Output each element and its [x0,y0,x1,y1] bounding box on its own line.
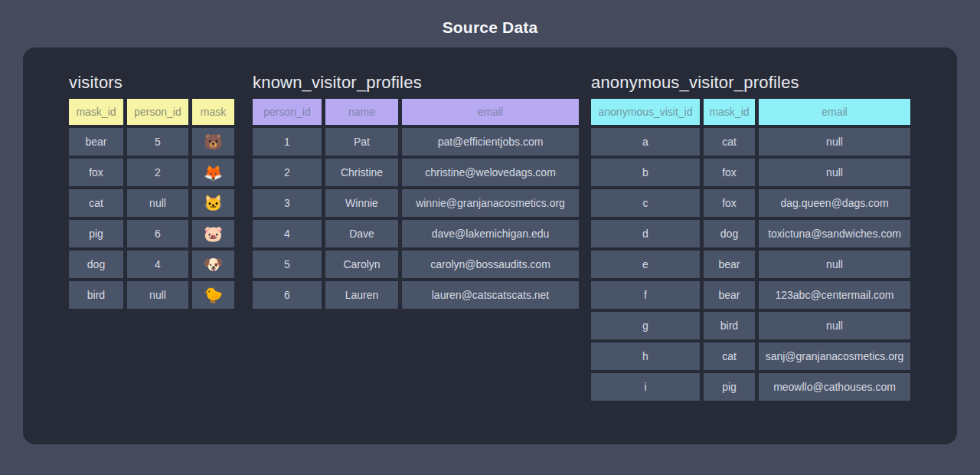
table-cell: winnie@granjanacosmetics.org [402,189,579,217]
table-cell: Dave [325,220,398,247]
stage: Source Data visitors mask_idperson_idmas… [0,0,980,475]
data-panel: visitors mask_idperson_idmaskbear5🐻fox2🦊… [23,48,957,444]
page-title: Source Data [0,18,980,37]
table-cell: 5 [127,128,188,156]
table-cell: Carolyn [325,251,398,278]
table-visitors: visitors mask_idperson_idmaskbear5🐻fox2🦊… [69,73,234,309]
table-cell: meowllo@cathouses.com [759,373,910,401]
table-cell: pig [704,373,755,401]
column-header-mask_id: mask_id [704,99,755,125]
table-cell: 6 [127,220,188,247]
column-header-person_id: person_id [127,99,188,125]
mask-emoji: 🐷 [192,220,234,247]
table-cell: Pat [325,128,398,156]
table-cell: sanj@granjanacosmetics.org [759,342,910,370]
table-cell: dag.queen@dags.com [759,189,910,217]
column-header-mask: mask [192,99,234,125]
table-cell: a [591,128,700,156]
table-anonymous-visitor-profiles: anonymous_visitor_profiles anonymous_vis… [591,73,910,401]
table-grid: person_idnameemail1Patpat@efficientjobs.… [253,99,579,309]
column-header-email: email [402,99,579,125]
table-cell: fox [704,189,755,217]
table-cell: c [591,189,700,217]
mask-emoji: 🐤 [192,281,234,309]
table-cell: bird [704,312,755,339]
mask-emoji: 🐱 [192,189,234,217]
mask-emoji: 🦊 [192,159,234,186]
table-cell: null [759,251,910,278]
table-cell: e [591,251,700,278]
table-cell: dave@lakemichigan.edu [402,220,579,247]
table-cell: bird [69,281,123,309]
table-cell: toxictuna@sandwiches.com [759,220,910,247]
table-cell: cat [704,342,755,370]
table-cell: pig [69,220,123,247]
mask-emoji: 🐻 [192,128,234,156]
table-cell: null [759,312,910,339]
table-cell: christine@welovedags.com [402,159,579,186]
table-cell: null [759,159,910,186]
table-cell: bear [704,281,755,309]
column-header-name: name [325,99,398,125]
table-cell: 2 [127,159,188,186]
table-cell: pat@efficientjobs.com [402,128,579,156]
table-cell: null [127,281,188,309]
mask-emoji: 🐶 [192,251,234,278]
table-cell: null [127,189,188,217]
table-cell: b [591,159,700,186]
table-cell: i [591,373,700,401]
column-header-anonymous_visit_id: anonymous_visit_id [591,99,700,125]
table-cell: Winnie [325,189,398,217]
column-header-person_id: person_id [253,99,322,125]
column-header-mask_id: mask_id [69,99,123,125]
table-cell: dog [69,251,123,278]
table-cell: cat [704,128,755,156]
table-known-visitor-profiles: known_visitor_profiles person_idnameemai… [253,73,579,309]
table-cell: cat [69,189,123,217]
table-cell: 5 [253,251,322,278]
table-cell: null [759,128,910,156]
table-cell: fox [704,159,755,186]
table-cell: 4 [127,251,188,278]
table-grid: mask_idperson_idmaskbear5🐻fox2🦊catnull🐱p… [69,99,234,309]
table-cell: bear [704,251,755,278]
table-title: visitors [69,73,234,93]
column-header-email: email [759,99,910,125]
table-cell: 3 [253,189,322,217]
table-cell: 4 [253,220,322,247]
table-cell: bear [69,128,123,156]
table-cell: 2 [253,159,322,186]
table-cell: 123abc@centermail.com [759,281,910,309]
table-title: known_visitor_profiles [253,73,579,93]
table-cell: carolyn@bossaudits.com [402,251,579,278]
table-cell: dog [704,220,755,247]
table-cell: 1 [253,128,322,156]
table-cell: 6 [253,281,322,309]
table-cell: fox [69,159,123,186]
table-grid: anonymous_visit_idmask_idemailacatnullbf… [591,99,910,401]
table-cell: h [591,342,700,370]
table-cell: Christine [325,159,398,186]
table-cell: g [591,312,700,339]
table-cell: Lauren [325,281,398,309]
table-cell: lauren@catscatscats.net [402,281,579,309]
table-cell: d [591,220,700,247]
table-title: anonymous_visitor_profiles [591,73,910,93]
table-cell: f [591,281,700,309]
